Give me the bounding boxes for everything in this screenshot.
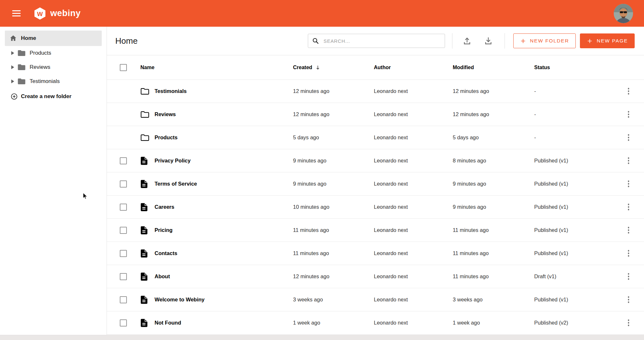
toolbar-divider — [452, 33, 452, 49]
kebab-icon — [628, 250, 630, 252]
sidebar-item-label: Reviews — [30, 64, 50, 70]
column-header-status[interactable]: Status — [534, 65, 618, 70]
row-name-link[interactable]: Contacts — [155, 250, 293, 256]
expand-arrow-icon[interactable] — [11, 79, 14, 84]
row-actions-menu-button[interactable] — [622, 178, 635, 190]
table-row-privacy-policy[interactable]: Privacy Policy 9 minutes ago Leonardo ne… — [107, 149, 644, 172]
row-actions-menu-button[interactable] — [622, 317, 635, 329]
row-actions-menu-button[interactable] — [622, 247, 635, 260]
new-page-button[interactable]: NEW PAGE — [580, 33, 635, 48]
avatar-photo — [614, 4, 633, 23]
row-checkbox[interactable] — [120, 227, 127, 234]
import-button[interactable] — [459, 33, 475, 49]
row-actions-menu-button[interactable] — [622, 154, 635, 167]
table-row-welcome-to-webiny[interactable]: Welcome to Webiny 3 weeks ago Leonardo n… — [107, 288, 644, 311]
column-header-modified[interactable]: Modified — [453, 65, 534, 70]
table-row-about[interactable]: About 12 minutes ago Leonardo next 11 mi… — [107, 265, 644, 288]
sidebar-item-products[interactable]: Products — [5, 46, 102, 60]
row-author: Leonardo next — [374, 204, 453, 210]
table-row-products[interactable]: Products 5 days ago Leonardo next 5 days… — [107, 126, 644, 149]
row-checkbox[interactable] — [120, 180, 127, 188]
expand-arrow-icon[interactable] — [11, 65, 14, 69]
table-row-reviews[interactable]: Reviews 12 minutes ago Leonardo next 12 … — [107, 103, 644, 126]
page-document-icon — [140, 272, 148, 281]
row-checkbox[interactable] — [120, 204, 127, 211]
plus-icon — [587, 38, 593, 44]
row-actions-menu-button[interactable] — [622, 85, 635, 98]
kebab-icon — [628, 134, 630, 136]
kebab-icon — [628, 204, 630, 205]
table-row-testimonials[interactable]: Testimonials 12 minutes ago Leonardo nex… — [107, 80, 644, 103]
pages-table: Name Created Author Modif — [107, 55, 644, 335]
column-header-author[interactable]: Author — [374, 65, 453, 70]
row-checkbox[interactable] — [120, 157, 127, 164]
row-name-link[interactable]: Terms of Service — [155, 181, 293, 187]
row-modified: 11 minutes ago — [453, 273, 534, 280]
kebab-icon — [628, 319, 630, 321]
search-input[interactable] — [324, 38, 441, 44]
table-header-row: Name Created Author Modif — [107, 55, 644, 80]
new-folder-button[interactable]: NEW FOLDER — [513, 33, 576, 48]
export-button[interactable] — [481, 33, 496, 49]
window-bottom-strip — [0, 335, 644, 340]
sidebar-item-testimonials[interactable]: Testimonials — [5, 74, 102, 88]
row-checkbox[interactable] — [120, 273, 127, 280]
row-checkbox[interactable] — [120, 250, 127, 257]
row-name-link[interactable]: Pricing — [155, 227, 293, 233]
row-name-link[interactable]: Products — [155, 134, 293, 141]
table-row-not-found[interactable]: Not Found 1 week ago Leonardo next 1 wee… — [107, 311, 644, 335]
select-all-checkbox[interactable] — [120, 64, 127, 71]
table-row-terms-of-service[interactable]: Terms of Service 9 minutes ago Leonardo … — [107, 172, 644, 196]
sidebar-item-reviews[interactable]: Reviews — [5, 60, 102, 74]
row-created: 9 minutes ago — [293, 181, 374, 187]
user-avatar[interactable] — [614, 4, 633, 23]
row-name-link[interactable]: Reviews — [155, 111, 293, 117]
row-checkbox[interactable] — [120, 319, 127, 326]
row-actions-menu-button[interactable] — [622, 270, 635, 283]
create-new-folder-button[interactable]: Create a new folder — [11, 93, 71, 100]
column-header-name[interactable]: Name — [140, 65, 293, 70]
row-status: - — [534, 111, 618, 117]
row-created: 11 minutes ago — [293, 250, 374, 256]
sidebar-nav: Home Products Reviews — [0, 31, 107, 88]
plus-icon — [520, 38, 526, 44]
row-modified: 11 minutes ago — [453, 227, 534, 233]
row-modified: 9 minutes ago — [453, 204, 534, 210]
row-modified: 11 minutes ago — [453, 250, 534, 256]
column-header-created[interactable]: Created — [293, 65, 374, 70]
sidebar-item-home[interactable]: Home — [5, 31, 102, 46]
expand-arrow-icon[interactable] — [11, 51, 14, 55]
kebab-icon — [628, 157, 630, 159]
webiny-hexagon-icon: W — [33, 7, 46, 20]
row-actions-menu-button[interactable] — [622, 293, 635, 306]
hamburger-menu-button[interactable] — [12, 10, 21, 17]
row-status: Draft (v1) — [534, 273, 618, 280]
page-title: Home — [115, 36, 137, 46]
row-status: Published (v1) — [534, 250, 618, 256]
page-document-icon — [140, 226, 148, 235]
kebab-icon — [628, 180, 630, 182]
row-name-link[interactable]: About — [155, 273, 293, 280]
row-status: Published (v1) — [534, 158, 618, 164]
table-row-contacts[interactable]: Contacts 11 minutes ago Leonardo next 11… — [107, 242, 644, 265]
row-modified: 12 minutes ago — [453, 111, 534, 117]
row-checkbox[interactable] — [120, 296, 127, 303]
row-actions-menu-button[interactable] — [622, 201, 635, 214]
row-actions-menu-button[interactable] — [622, 224, 635, 237]
row-status: Published (v2) — [534, 320, 618, 326]
table-row-careers[interactable]: Careers 10 minutes ago Leonardo next 9 m… — [107, 196, 644, 219]
download-icon — [484, 37, 493, 45]
row-modified: 3 weeks ago — [453, 297, 534, 303]
row-actions-menu-button[interactable] — [622, 108, 635, 121]
row-status: Published (v1) — [534, 227, 618, 233]
table-row-pricing[interactable]: Pricing 11 minutes ago Leonardo next 11 … — [107, 219, 644, 242]
row-name-link[interactable]: Welcome to Webiny — [155, 297, 293, 303]
row-author: Leonardo next — [374, 134, 453, 141]
row-name-link[interactable]: Privacy Policy — [155, 158, 293, 164]
row-name-link[interactable]: Not Found — [155, 320, 293, 326]
row-author: Leonardo next — [374, 250, 453, 256]
row-status: Published (v1) — [534, 204, 618, 210]
row-actions-menu-button[interactable] — [622, 131, 635, 144]
row-name-link[interactable]: Testimonials — [155, 88, 293, 94]
row-name-link[interactable]: Careers — [155, 204, 293, 210]
